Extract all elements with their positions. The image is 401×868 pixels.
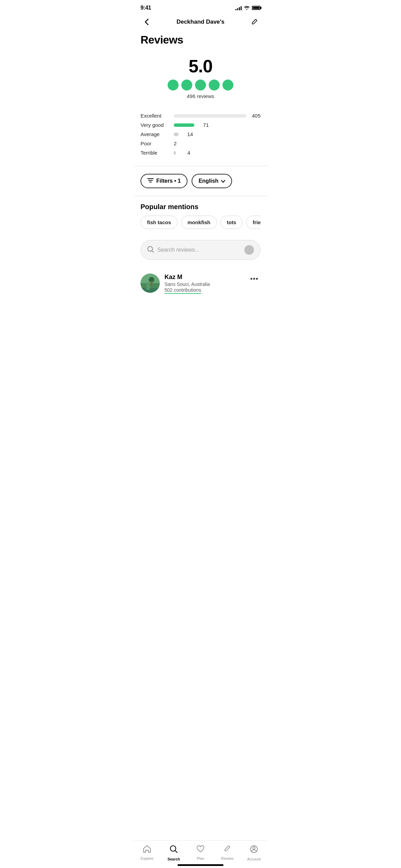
rating-dot-1 (168, 80, 179, 91)
breakdown-row-terrible: Terrible 4 (141, 150, 260, 156)
breakdown-count-terrible: 4 (180, 150, 190, 156)
more-options-button[interactable]: ••• (248, 274, 260, 284)
reviewer-name: Kaz M (165, 274, 243, 281)
breakdown-bar-excellent (174, 114, 246, 118)
wifi-icon (244, 5, 250, 11)
rating-dot-4 (209, 80, 220, 91)
signal-icon (235, 5, 242, 10)
reviewer-contributions: 502 contributions (165, 287, 201, 294)
rating-dots (168, 80, 233, 91)
search-bar[interactable]: Search reviews... (141, 240, 260, 260)
mention-chip-fish-tacos[interactable]: fish tacos (141, 216, 178, 229)
status-bar: 9:41 (134, 0, 267, 13)
mention-chip-monkfish[interactable]: monkfish (181, 216, 217, 229)
breakdown-label-excellent: Excellent (141, 113, 170, 119)
reviewer-info: Kaz M Sans Souci, Australia 502 contribu… (165, 274, 243, 294)
filters-section: Filters • 1 English (134, 166, 267, 196)
breakdown-bar-terrible-container (174, 151, 176, 155)
mentions-title: Popular mentions (141, 203, 260, 211)
rating-dot-5 (222, 80, 233, 91)
reviewer-location: Sans Souci, Australia (165, 281, 243, 287)
search-icon (147, 246, 154, 254)
svg-point-10 (146, 282, 150, 286)
breakdown-bar-average-container (174, 133, 179, 136)
mentions-list: fish tacos monkfish tots fries rock fish (141, 216, 260, 230)
svg-rect-9 (151, 281, 152, 286)
rating-breakdown: Excellent 405 Very good 71 Average 14 Po… (134, 107, 267, 166)
breakdown-bar-excellent-container (174, 114, 246, 118)
breakdown-label-average: Average (141, 131, 170, 137)
language-label: English (198, 178, 218, 184)
breakdown-bar-average (174, 133, 179, 136)
review-card: Kaz M Sans Souci, Australia 502 contribu… (134, 267, 267, 297)
mention-chip-tots[interactable]: tots (220, 216, 243, 229)
battery-icon (252, 6, 260, 10)
back-button[interactable] (141, 16, 153, 28)
search-indicator (244, 245, 254, 255)
rating-section: 5.0 496 reviews (134, 53, 267, 107)
language-button[interactable]: English (192, 174, 232, 188)
reviewer-row: Kaz M Sans Souci, Australia 502 contribu… (141, 274, 260, 294)
breakdown-bar-verygood-container (174, 123, 194, 127)
breakdown-count-average: 14 (183, 131, 193, 137)
mentions-section: Popular mentions fish tacos monkfish tot… (134, 196, 267, 236)
rating-score: 5.0 (189, 57, 212, 76)
breakdown-label-terrible: Terrible (141, 150, 170, 156)
edit-button[interactable] (248, 16, 260, 28)
breakdown-bar-terrible (174, 151, 176, 155)
breakdown-row-poor: Poor 2 (141, 141, 260, 146)
svg-rect-7 (141, 288, 160, 293)
breakdown-count-poor: 2 (174, 141, 184, 146)
rating-dot-3 (195, 80, 206, 91)
svg-rect-11 (146, 286, 150, 290)
breakdown-row-verygood: Very good 71 (141, 122, 260, 128)
svg-line-4 (152, 251, 154, 252)
breakdown-label-poor: Poor (141, 141, 170, 146)
breakdown-count-excellent: 405 (250, 113, 260, 119)
reviewer-avatar (141, 274, 160, 293)
mention-chip-fries[interactable]: fries (246, 216, 260, 229)
status-time: 9:41 (141, 5, 151, 11)
breakdown-row-average: Average 14 (141, 131, 260, 137)
breakdown-count-verygood: 71 (198, 122, 209, 128)
page-title: Reviews (134, 32, 267, 53)
breakdown-row-excellent: Excellent 405 (141, 113, 260, 119)
filters-label: Filters • 1 (156, 178, 181, 184)
header-title: Deckhand Dave's (177, 19, 224, 25)
status-icons (235, 5, 260, 11)
rating-count: 496 reviews (187, 93, 214, 99)
header: Deckhand Dave's (134, 13, 267, 32)
chevron-down-icon (221, 178, 225, 184)
filter-icon (147, 178, 154, 184)
search-input-placeholder: Search reviews... (157, 247, 241, 253)
filters-button[interactable]: Filters • 1 (141, 174, 187, 188)
breakdown-label-verygood: Very good (141, 122, 170, 128)
breakdown-bar-verygood (174, 123, 194, 127)
nav-spacer (134, 297, 267, 328)
rating-dot-2 (181, 80, 192, 91)
